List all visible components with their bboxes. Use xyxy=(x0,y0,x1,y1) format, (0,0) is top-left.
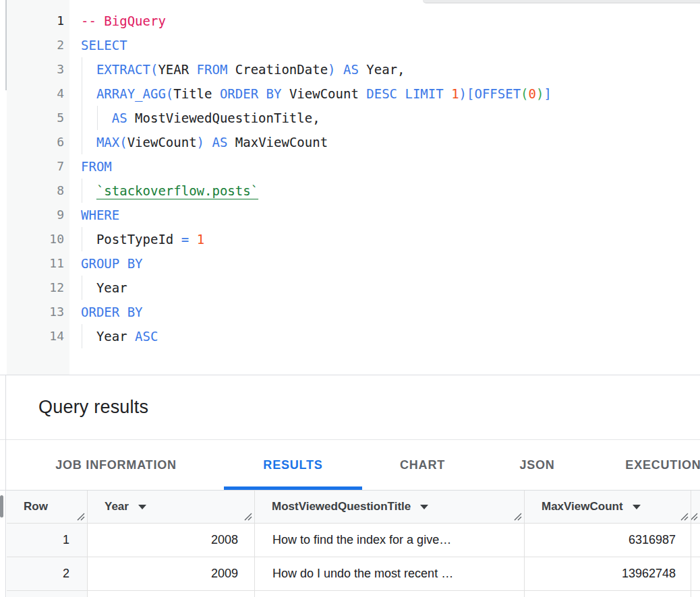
cell-year[interactable]: 2008 xyxy=(88,524,255,557)
line-number: 2 xyxy=(0,33,69,57)
token-pl: CreationDate xyxy=(227,62,328,77)
tab-job-information[interactable]: JOB INFORMATION xyxy=(8,440,224,490)
token-num: 1 xyxy=(451,86,459,101)
token-tbl[interactable]: `stackoverflow.posts` xyxy=(96,183,258,198)
token-kw: ) xyxy=(197,135,204,150)
code-line-content: ARRAY_AGG(Title ORDER BY ViewCount DESC … xyxy=(81,82,552,106)
column-header-row: Row xyxy=(7,491,88,524)
cell-year[interactable]: 2009 xyxy=(88,557,255,591)
sql-editor[interactable]: 1-- BigQuery2SELECT3 EXTRACT(YEAR FROM C… xyxy=(0,0,700,375)
token-kw: AS xyxy=(81,111,127,125)
line-number: 4 xyxy=(0,82,69,106)
token-pl: ViewCount xyxy=(127,135,197,150)
cell-year xyxy=(88,591,255,597)
column-label: Row xyxy=(7,500,48,513)
token-pl: MaxViewCount xyxy=(227,135,328,150)
token-kw: FROM xyxy=(197,62,228,77)
sort-dropdown-icon[interactable] xyxy=(420,505,428,509)
token-kw: ) xyxy=(328,62,335,77)
column-resize-grip[interactable] xyxy=(691,512,699,522)
cell-row-number: 1 xyxy=(7,524,88,557)
code-line: 11GROUP BY xyxy=(0,251,700,276)
token-kw: ] xyxy=(544,86,551,101)
indent-guide xyxy=(82,227,82,251)
token-grn: ) xyxy=(536,86,544,101)
token-pl: Year, xyxy=(359,62,405,77)
code-line: 4 ARRAY_AGG(Title ORDER BY ViewCount DES… xyxy=(0,82,700,106)
cell-most-viewed-question-title xyxy=(255,591,525,597)
query-results-panel: Query results JOB INFORMATIONRESULTSCHAR… xyxy=(0,375,700,597)
horizontal-scrollbar-thumb[interactable] xyxy=(423,0,700,3)
column-header-year[interactable]: Year xyxy=(88,491,255,524)
token-kw: ORDER BY xyxy=(81,305,143,319)
column-resize-grip[interactable] xyxy=(76,512,86,522)
code-line: 1-- BigQuery xyxy=(0,9,700,33)
indent-guide xyxy=(82,179,82,203)
code-line-content: Year xyxy=(81,276,127,300)
token-pl: ViewCount xyxy=(281,86,366,101)
indent-guide xyxy=(82,130,82,154)
code-line: 9WHERE xyxy=(0,203,700,227)
table-row: 12008How to find the index for a give…63… xyxy=(7,524,700,557)
code-line-content: AS MostViewedQuestionTitle, xyxy=(81,106,320,130)
line-number: 6 xyxy=(0,130,69,154)
code-line: 13ORDER BY xyxy=(0,300,700,324)
code-line-content: Year ASC xyxy=(81,324,158,348)
column-resize-grip[interactable] xyxy=(680,512,689,522)
cell-most-viewed-question-title[interactable]: How to find the index for a give… xyxy=(255,524,525,557)
token-kw: ARRAY_AGG( xyxy=(81,86,173,101)
cell-max-view-count[interactable]: 13962748 xyxy=(525,557,691,591)
code-line-content: SELECT xyxy=(81,33,127,57)
token-num: 1 xyxy=(197,232,204,247)
line-number: 7 xyxy=(0,154,69,179)
code-line: 14 Year ASC xyxy=(0,324,700,348)
token-pl: Year xyxy=(81,329,135,344)
cell-max-view-count[interactable]: 6316987 xyxy=(525,524,691,557)
table-row-partial xyxy=(7,591,700,597)
line-number: 14 xyxy=(0,324,69,348)
token-pl xyxy=(189,232,196,247)
indent-guide xyxy=(97,106,98,130)
code-line-content: MAX(ViewCount) AS MaxViewCount xyxy=(81,130,328,154)
tab-results[interactable]: RESULTS xyxy=(224,440,362,490)
column-resize-grip[interactable] xyxy=(243,512,253,522)
code-line-content: EXTRACT(YEAR FROM CreationDate) AS Year, xyxy=(81,57,405,82)
column-header-filler xyxy=(691,491,700,524)
code-line: 3 EXTRACT(YEAR FROM CreationDate) AS Yea… xyxy=(0,57,700,82)
column-header-maxviewcount[interactable]: MaxViewCount xyxy=(525,491,691,524)
tab-execution-details[interactable]: EXECUTION DETAILS xyxy=(591,440,700,490)
code-line-content: GROUP BY xyxy=(81,251,143,276)
vertical-scrollbar-thumb[interactable] xyxy=(0,495,3,517)
token-com: -- BigQuery xyxy=(81,13,166,28)
cell-max-view-count xyxy=(525,591,691,597)
code-line-content: FROM xyxy=(81,154,112,179)
token-kw: ASC xyxy=(135,329,158,344)
token-kw: SELECT xyxy=(81,38,127,53)
cell-filler xyxy=(691,524,700,557)
table-row: 22009How do I undo the most recent …1396… xyxy=(7,557,700,591)
column-resize-grip[interactable] xyxy=(513,512,523,522)
line-number: 3 xyxy=(0,57,69,82)
tab-json[interactable]: JSON xyxy=(483,440,591,490)
column-label: MostViewedQuestionTitle xyxy=(255,500,411,513)
sort-dropdown-icon[interactable] xyxy=(633,505,641,509)
line-number: 10 xyxy=(0,227,69,251)
code-line-content: PostTypeId = 1 xyxy=(81,227,204,251)
token-kw: ORDER BY xyxy=(220,86,282,101)
code-line-content: `stackoverflow.posts` xyxy=(81,179,258,203)
code-line-content: WHERE xyxy=(81,203,119,227)
token-kw: AS xyxy=(343,62,359,77)
tab-chart[interactable]: CHART xyxy=(362,440,483,490)
code-line-content: -- BigQuery xyxy=(81,9,166,33)
column-label: MaxViewCount xyxy=(525,500,623,513)
cell-most-viewed-question-title[interactable]: How do I undo the most recent … xyxy=(255,557,525,591)
line-number: 1 xyxy=(0,9,69,33)
line-number: 9 xyxy=(0,203,69,227)
token-kw: )[ xyxy=(459,86,475,101)
code-line: 2SELECT xyxy=(0,33,700,57)
line-number: 11 xyxy=(0,251,69,276)
column-header-mostviewedquestiontitle[interactable]: MostViewedQuestionTitle xyxy=(255,491,525,524)
sort-dropdown-icon[interactable] xyxy=(138,505,146,509)
token-kw: DESC LIMIT xyxy=(366,86,443,101)
line-number: 8 xyxy=(0,179,69,203)
